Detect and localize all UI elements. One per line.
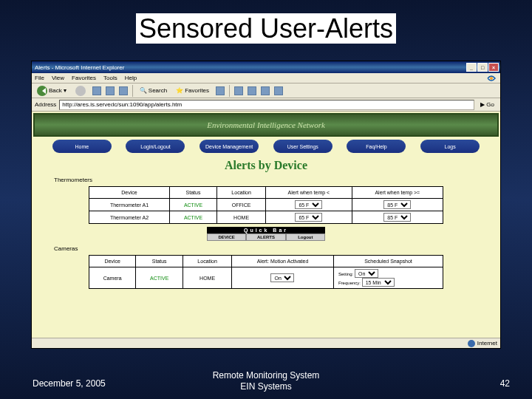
separator	[229, 85, 230, 97]
menu-tools[interactable]: Tools	[103, 75, 117, 81]
col-device: Device	[89, 256, 136, 267]
temp-high-select[interactable]: 85 F	[383, 200, 411, 209]
section-thermometers: Thermometers	[32, 175, 500, 185]
back-button[interactable]: Back ▾	[35, 85, 69, 97]
maximize-button[interactable]: □	[477, 63, 488, 72]
minimize-button[interactable]: _	[466, 63, 477, 72]
site-nav: Home Login/Logout Device Management User…	[32, 138, 500, 154]
menu-favorites[interactable]: Favorites	[72, 75, 96, 81]
toolbar: Back ▾ 🔍 Search ⭐ Favorites	[32, 83, 500, 98]
globe-icon	[468, 340, 475, 347]
col-status: Status	[170, 187, 217, 199]
forward-icon	[75, 86, 86, 96]
refresh-icon[interactable]	[106, 86, 115, 95]
col-motion: Alert: Motion Activated	[232, 256, 334, 267]
cell-status: ACTIVE	[170, 199, 217, 211]
site-banner: Environmental Intelligence Network	[33, 113, 499, 137]
quickbar-logout[interactable]: Logout	[286, 233, 325, 241]
quickbar-alerts[interactable]: ALERTS	[246, 233, 285, 241]
page-content: Environmental Intelligence Network Home …	[32, 112, 500, 338]
col-temp-low: Alert when temp <	[266, 187, 352, 199]
nav-login[interactable]: Login/Logout	[126, 140, 185, 153]
table-header-row: Device Status Location Alert: Motion Act…	[89, 256, 443, 267]
nav-faq[interactable]: Faq/Help	[347, 140, 406, 153]
cell-location: HOME	[183, 267, 232, 289]
col-temp-high: Alert when temp >=	[352, 187, 443, 199]
cell-device: Thermometer A1	[89, 199, 170, 211]
mail-icon[interactable]	[234, 86, 243, 95]
col-location: Location	[183, 256, 232, 267]
misc-icon[interactable]	[274, 86, 283, 95]
nav-home[interactable]: Home	[52, 140, 112, 153]
col-status: Status	[136, 256, 183, 267]
banner-tagline: Environmental Intelligence Network	[207, 120, 325, 129]
favorites-button[interactable]: ⭐ Favorites	[174, 86, 211, 95]
go-button[interactable]: ▶ Go	[477, 101, 497, 108]
page-heading: Alerts by Device	[32, 154, 500, 175]
menu-help[interactable]: Help	[125, 75, 137, 81]
col-device: Device	[89, 187, 170, 199]
nav-logs[interactable]: Logs	[420, 140, 480, 153]
table-row: Camera ACTIVE HOME On Setting: On Freque…	[89, 267, 443, 289]
history-icon[interactable]	[216, 86, 225, 95]
ie-logo-icon	[485, 73, 497, 83]
url-input[interactable]: http://ares.is.servedc/sun:1090/app/aler…	[59, 100, 474, 110]
quickbar-device[interactable]: DEVICE	[207, 233, 246, 241]
cell-device: Camera	[89, 267, 136, 289]
back-icon	[37, 86, 47, 96]
table-header-row: Device Status Location Alert when temp <…	[89, 187, 443, 199]
home-icon[interactable]	[119, 86, 128, 95]
table-row: Thermometer A1 ACTIVE OFFICE 65 F 85 F	[89, 199, 443, 211]
status-zone: Internet	[477, 340, 497, 347]
col-snapshot: Scheduled Snapshot	[333, 256, 443, 267]
statusbar: Internet	[32, 338, 500, 348]
camera-table: Device Status Location Alert: Motion Act…	[89, 255, 443, 289]
stop-icon[interactable]	[92, 86, 101, 95]
slide-title: Sensored User-Alerts	[0, 0, 532, 50]
edit-icon[interactable]	[261, 86, 270, 95]
temp-low-select[interactable]: 65 F	[295, 200, 322, 209]
close-button[interactable]: ×	[488, 63, 499, 72]
print-icon[interactable]	[248, 86, 256, 95]
address-label: Address	[35, 101, 56, 108]
nav-device-management[interactable]: Device Management	[200, 140, 259, 153]
temp-high-select[interactable]: 85 F	[383, 213, 411, 222]
addressbar: Address http://ares.is.servedc/sun:1090/…	[32, 98, 500, 112]
separator	[132, 85, 133, 97]
forward-button[interactable]	[73, 85, 88, 97]
temp-low-select[interactable]: 65 F	[295, 213, 322, 222]
window-titlebar: Alerts - Microsoft Internet Explorer _ □…	[32, 61, 500, 73]
nav-user-settings[interactable]: User Settings	[273, 140, 332, 153]
section-cameras: Cameras	[32, 244, 500, 253]
col-location: Location	[217, 187, 266, 199]
menu-view[interactable]: View	[52, 75, 64, 81]
snapshot-setting-select[interactable]: On	[355, 269, 378, 278]
menubar: File View Favorites Tools Help	[32, 73, 500, 83]
window-title: Alerts - Microsoft Internet Explorer	[33, 64, 466, 71]
svg-point-0	[490, 77, 493, 80]
cell-location: OFFICE	[217, 199, 266, 211]
quickbar: Quick Bar DEVICE ALERTS Logout	[207, 227, 325, 241]
menu-file[interactable]: File	[35, 75, 44, 81]
snapshot-freq-select[interactable]: 15 Min	[362, 278, 395, 287]
cell-status: ACTIVE	[170, 211, 217, 224]
table-row: Thermometer A2 ACTIVE HOME 65 F 85 F	[89, 211, 443, 224]
motion-select[interactable]: On	[270, 273, 294, 282]
footer-center: Remote Monitoring SystemEIN Systems	[0, 370, 532, 392]
quickbar-title: Quick Bar	[207, 227, 325, 233]
page-number: 42	[500, 378, 510, 389]
cell-device: Thermometer A2	[89, 211, 170, 224]
cell-location: HOME	[217, 211, 266, 224]
browser-window: Alerts - Microsoft Internet Explorer _ □…	[31, 61, 501, 349]
search-button[interactable]: 🔍 Search	[137, 86, 169, 95]
cell-status: ACTIVE	[136, 267, 183, 289]
cell-snapshot: Setting: On Frequency: 15 Min	[333, 267, 443, 289]
thermometer-table: Device Status Location Alert when temp <…	[89, 186, 443, 224]
